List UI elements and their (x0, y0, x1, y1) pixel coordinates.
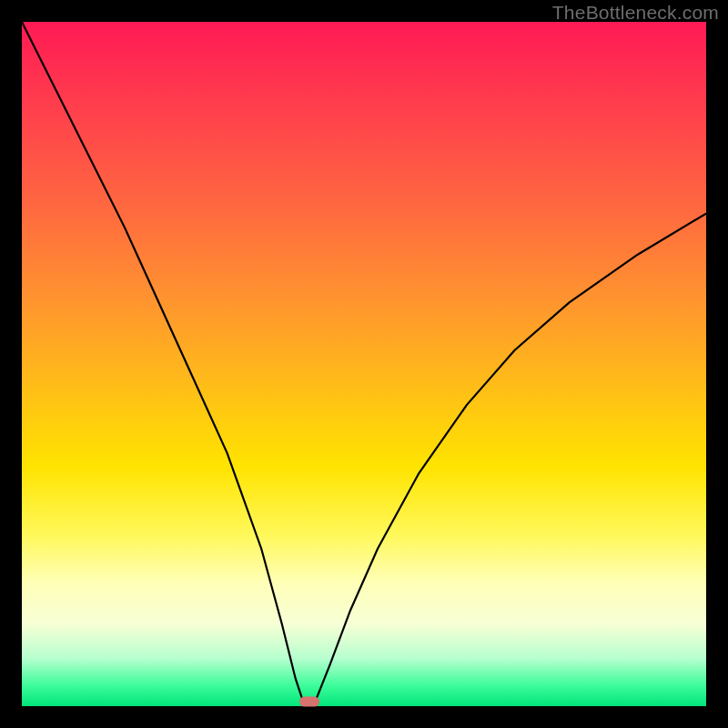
plot-area (22, 22, 706, 706)
chart-frame: TheBottleneck.com (0, 0, 728, 728)
bottleneck-curve (22, 22, 706, 706)
watermark-label: TheBottleneck.com (552, 2, 719, 24)
curve-path (22, 22, 706, 706)
minimum-marker (299, 697, 319, 707)
